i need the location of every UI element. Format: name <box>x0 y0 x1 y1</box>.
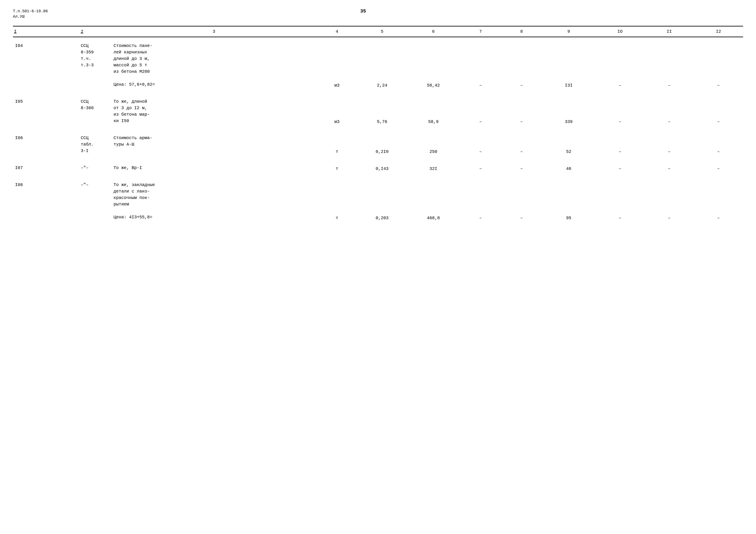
row-code: –"– <box>79 176 111 222</box>
row-col11: – <box>645 176 694 222</box>
row-col10: – <box>596 159 645 173</box>
page-header: Т.п.501-6-19.86 Ал.УШ 35 <box>13 9 743 19</box>
col-header-2: 2 <box>79 26 111 37</box>
row-col12: – <box>694 93 743 126</box>
row-col10: – <box>596 93 645 126</box>
row-col9: 46 <box>542 159 596 173</box>
row-col12: – <box>694 37 743 90</box>
row-col9: 339 <box>542 93 596 126</box>
table-row: I06ССЦтабл.3-IСтоимость арма-туры А-Шт0,… <box>13 129 743 156</box>
row-col10: – <box>596 129 645 156</box>
row-col9: I3I <box>542 37 596 90</box>
row-col5: 0,I43 <box>358 159 407 173</box>
row-code: –"– <box>79 159 111 173</box>
row-col11: – <box>645 37 694 90</box>
row-number: I04 <box>13 37 79 90</box>
row-col6: 468,8 <box>407 176 460 222</box>
row-col8: – <box>501 37 542 90</box>
row-number: I08 <box>13 176 79 222</box>
row-number: I06 <box>13 129 79 156</box>
spacer-row <box>13 222 743 226</box>
col-header-11: II <box>645 26 694 37</box>
row-col12: – <box>694 129 743 156</box>
spacer-row <box>13 156 743 159</box>
row-col9: 95 <box>542 176 596 222</box>
row-col9: 52 <box>542 129 596 156</box>
table-row: I05ССЦ8-360То же, длинойот 3 до I2 м,из … <box>13 93 743 126</box>
row-col8: – <box>501 159 542 173</box>
row-unit: т <box>316 159 358 173</box>
row-col12: – <box>694 176 743 222</box>
row-col8: – <box>501 93 542 126</box>
row-col11: – <box>645 93 694 126</box>
row-description: То же, закладныедетали с лако-красочным … <box>111 176 316 222</box>
col-header-5: 5 <box>358 26 407 37</box>
row-col7: – <box>460 176 501 222</box>
col-header-1: I <box>13 26 79 37</box>
row-code: ССЦ8-359т.ч.т.3-3 <box>79 37 111 90</box>
row-description: То же, длинойот 3 до I2 м,из бетона мар-… <box>111 93 316 126</box>
row-code: ССЦтабл.3-I <box>79 129 111 156</box>
row-unit: т <box>316 129 358 156</box>
col-header-8: 8 <box>501 26 542 37</box>
row-col6: 250 <box>407 129 460 156</box>
row-description: Стоимость арма-туры А-Ш <box>111 129 316 156</box>
row-col7: – <box>460 129 501 156</box>
page-number: 35 <box>48 9 743 14</box>
row-col10: – <box>596 176 645 222</box>
row-col5: 2,24 <box>358 37 407 90</box>
col-header-10: IO <box>596 26 645 37</box>
row-col10: – <box>596 37 645 90</box>
row-number: I05 <box>13 93 79 126</box>
col-header-3: 3 <box>111 26 316 37</box>
col-header-12: I2 <box>694 26 743 37</box>
spacer-row <box>13 89 743 93</box>
table-row: I08–"–То же, закладныедетали с лако-крас… <box>13 176 743 222</box>
main-table: I 2 3 4 5 6 7 8 9 IO II I2 I04ССЦ8-359т.… <box>13 26 743 226</box>
spacer-row <box>13 126 743 129</box>
row-col5: 0,203 <box>358 176 407 222</box>
doc-ref-line1: Т.п.501-6-19.86 <box>13 9 48 14</box>
row-col5: 5,76 <box>358 93 407 126</box>
row-unit: м3 <box>316 37 358 90</box>
table-header-row: I 2 3 4 5 6 7 8 9 IO II I2 <box>13 26 743 37</box>
row-col11: – <box>645 129 694 156</box>
row-col6: 58,42 <box>407 37 460 90</box>
row-col7: – <box>460 37 501 90</box>
row-col11: – <box>645 159 694 173</box>
row-col7: – <box>460 93 501 126</box>
row-unit: т <box>316 176 358 222</box>
col-header-4: 4 <box>316 26 358 37</box>
row-number: I07 <box>13 159 79 173</box>
doc-reference: Т.п.501-6-19.86 Ал.УШ <box>13 9 48 19</box>
row-col8: – <box>501 176 542 222</box>
row-col12: – <box>694 159 743 173</box>
col-header-9: 9 <box>542 26 596 37</box>
row-description: Стоимость пане-лей карнизныхдлиной до 3 … <box>111 37 316 90</box>
spacer-row <box>13 173 743 176</box>
row-code: ССЦ8-360 <box>79 93 111 126</box>
row-col7: – <box>460 159 501 173</box>
row-col8: – <box>501 129 542 156</box>
table-row: I07–"–То же, Вр-Iт0,I4332I––46––– <box>13 159 743 173</box>
col-header-7: 7 <box>460 26 501 37</box>
row-description: То же, Вр-I <box>111 159 316 173</box>
col-header-6: 6 <box>407 26 460 37</box>
table-row: I04ССЦ8-359т.ч.т.3-3Стоимость пане-лей к… <box>13 37 743 90</box>
row-col6: 32I <box>407 159 460 173</box>
doc-ref-line2: Ал.УШ <box>13 14 48 19</box>
row-unit: м3 <box>316 93 358 126</box>
row-col6: 58,9 <box>407 93 460 126</box>
row-col5: 0,2I0 <box>358 129 407 156</box>
